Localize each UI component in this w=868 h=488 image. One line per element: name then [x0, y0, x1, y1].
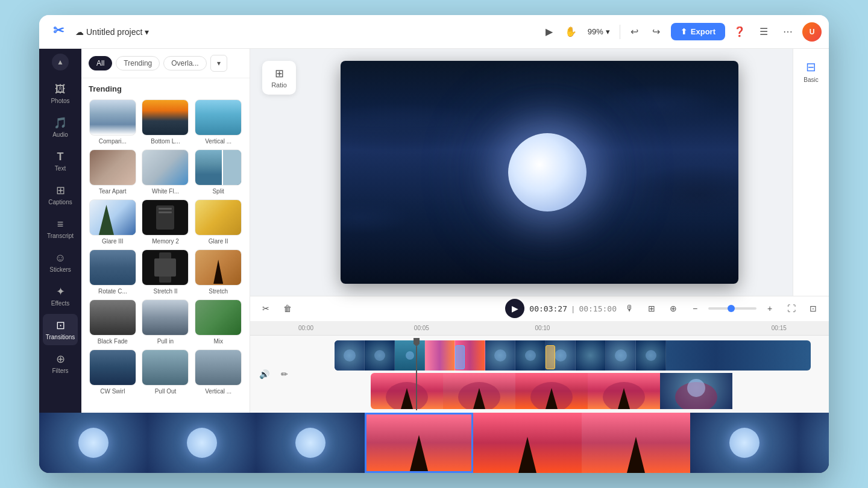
timeline-area: 00:00 00:05 00:10 00:15 🔊 ✏	[250, 321, 829, 413]
sidebar-item-photos[interactable]: 🖼 Photos	[43, 78, 78, 109]
microphone-button[interactable]: 🎙	[621, 300, 638, 317]
filter-chip-overlay[interactable]: Overla...	[163, 56, 206, 70]
transition-thumb	[89, 199, 136, 236]
filter-chip-trending[interactable]: Trending	[116, 56, 160, 70]
pink-frame	[443, 373, 515, 409]
undo-button[interactable]: ↩	[625, 22, 644, 42]
ruler-mark-2: 00:10	[535, 325, 550, 331]
fullscreen-button[interactable]: ⛶	[783, 300, 800, 317]
project-title[interactable]: Untitled project	[86, 27, 142, 37]
split-button[interactable]: ⊕	[665, 300, 682, 317]
pink-frame	[515, 373, 588, 409]
time-separator: |	[572, 304, 574, 313]
transition-card[interactable]: Split	[194, 149, 242, 195]
current-time: 00:03:27	[529, 304, 567, 313]
basic-panel-button[interactable]: ⊟ Basic	[799, 55, 823, 88]
redo-button[interactable]: ↪	[647, 22, 666, 42]
transition-card[interactable]: Stretch II	[142, 249, 190, 295]
sidebar-item-audio[interactable]: 🎵 Audio	[43, 111, 78, 143]
transition-card[interactable]: White Fl...	[142, 149, 190, 195]
transition-label: Mix	[213, 338, 223, 345]
transition-card[interactable]: Memory 2	[142, 199, 190, 245]
transition-thumb	[89, 149, 136, 186]
sidebar-collapse-button[interactable]: ▲	[52, 54, 69, 70]
pointer-tool[interactable]: ▶	[539, 22, 559, 42]
sidebar-item-stickers[interactable]: ☺ Stickers	[43, 246, 78, 278]
transition-thumb	[89, 349, 136, 386]
filmstrip-frame-selected[interactable]	[365, 413, 473, 473]
zoom-slider[interactable]	[708, 307, 756, 310]
settings-button[interactable]: ☰	[754, 22, 773, 42]
filmstrip-frame[interactable]	[582, 413, 690, 473]
filmstrip-frame[interactable]	[39, 413, 148, 473]
more-options-button[interactable]: ⋯	[778, 22, 797, 42]
transition-card[interactable]: Rotate C...	[89, 249, 137, 295]
sidebar-item-effects[interactable]: ✦ Effects	[43, 280, 78, 311]
second-track[interactable]	[371, 373, 750, 409]
zoom-in-button[interactable]: +	[761, 300, 778, 317]
transition-card[interactable]: Pull Out	[142, 349, 190, 395]
center-panel: ⊞ Ratio ✂ ⊟	[250, 49, 829, 413]
video-frame	[576, 340, 606, 371]
transition-card[interactable]: Vertical ...	[194, 99, 242, 145]
transition-label: Glare III	[102, 238, 124, 245]
project-name[interactable]: ☁ Untitled project ▾	[75, 27, 149, 37]
zoom-out-button[interactable]: −	[687, 300, 703, 317]
filmstrip-frame[interactable]	[690, 413, 799, 473]
transition-card[interactable]: Mix	[194, 299, 242, 345]
sidebar-item-transcript[interactable]: ≡ Transcript	[43, 213, 78, 244]
transition-label: Stretch II	[153, 288, 177, 295]
volume-button[interactable]: 🔊	[256, 366, 272, 383]
main-content: ▲ 🖼 Photos 🎵 Audio T Text ⊞ Captions ≡ T…	[39, 49, 829, 413]
transition-card[interactable]: Tear Apart	[89, 149, 137, 195]
export-button[interactable]: ⬆ Export	[671, 23, 725, 40]
sidebar-item-transitions[interactable]: ⊡ Transitions	[43, 314, 78, 345]
audio-icon: 🎵	[54, 116, 67, 130]
sidebar-item-label: Text	[55, 165, 66, 172]
filter-chip-all[interactable]: All	[89, 56, 112, 70]
transition-thumb	[89, 249, 136, 286]
sidebar-item-captions[interactable]: ⊞ Captions	[43, 179, 78, 210]
filmstrip-frame[interactable]	[148, 413, 256, 473]
transition-card[interactable]: Glare II	[194, 199, 242, 245]
edit-track-button[interactable]: ✏	[276, 366, 293, 383]
timeline-extra-button[interactable]: ⊡	[805, 300, 822, 317]
transition-card[interactable]: CW Swirl	[89, 349, 137, 395]
transition-card[interactable]: Stretch	[194, 249, 242, 295]
video-track[interactable]	[335, 340, 811, 371]
transition-card[interactable]: Black Fade	[89, 299, 137, 345]
pink-frame	[588, 373, 660, 409]
transition-label: CW Swirl	[100, 388, 125, 395]
filmstrip-frame[interactable]	[799, 413, 829, 473]
filmstrip-frame[interactable]	[473, 413, 582, 473]
delete-button[interactable]: 🗑	[279, 300, 296, 317]
ratio-button[interactable]: ⊞ Ratio	[262, 61, 296, 95]
video-frame	[365, 340, 395, 371]
play-button[interactable]: ▶	[505, 299, 524, 318]
sidebar-item-filters[interactable]: ⊕ Filters	[43, 348, 78, 379]
transition-marker[interactable]	[546, 345, 555, 369]
hand-tool[interactable]: ✋	[561, 22, 580, 42]
transition-label: White Fl...	[152, 188, 179, 195]
transition-card[interactable]: Glare III	[89, 199, 137, 245]
transition-marker[interactable]	[455, 345, 465, 369]
transition-card[interactable]: Bottom L...	[142, 99, 190, 145]
transition-card[interactable]: Vertical ...	[194, 349, 242, 395]
captions-icon: ⊞	[56, 184, 65, 197]
video-preview	[341, 61, 738, 284]
effects-icon: ✦	[56, 285, 65, 298]
zoom-control[interactable]: 99% ▾	[583, 25, 615, 39]
transition-card[interactable]: Pull in	[142, 299, 190, 345]
trim-button[interactable]: ✂	[257, 300, 274, 317]
filter-dropdown[interactable]: ▾	[210, 55, 227, 72]
help-button[interactable]: ❓	[730, 22, 749, 42]
transition-thumb	[142, 149, 189, 186]
avatar[interactable]: U	[802, 22, 822, 42]
grid-button[interactable]: ⊞	[643, 300, 660, 317]
filmstrip-frame[interactable]	[256, 413, 365, 473]
top-bar: ✂ ☁ Untitled project ▾ ▶ ✋ 99% ▾ ↩ ↪ ⬆ E…	[39, 15, 829, 49]
transition-card[interactable]: Compari...	[89, 99, 137, 145]
track-controls: 🔊 ✏	[250, 338, 298, 410]
sidebar-item-text[interactable]: T Text	[43, 145, 78, 177]
playhead-line	[416, 346, 417, 410]
